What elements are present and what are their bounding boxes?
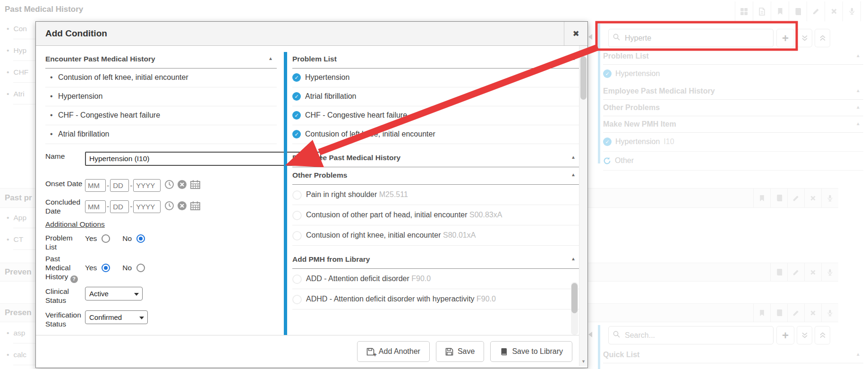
- problem-item-selected[interactable]: ✓CHF - Congestive heart failure: [292, 106, 579, 125]
- additional-options-link[interactable]: Additional Options: [45, 220, 105, 229]
- library-item[interactable]: ADHD - Attention deficit disorder with h…: [292, 289, 579, 309]
- close-x-icon[interactable]: [804, 189, 821, 207]
- caret-up-icon: ▲: [268, 56, 273, 61]
- problem-item-selected[interactable]: ✓Contusion of left knee, initial encount…: [292, 125, 579, 144]
- list-item[interactable]: •App: [7, 214, 40, 235]
- bookmark-icon[interactable]: [771, 1, 789, 21]
- double-chevron-down-icon: [801, 332, 808, 339]
- clear-date-icon[interactable]: [177, 180, 187, 191]
- list-item[interactable]: •calc: [7, 351, 40, 369]
- close-x-icon[interactable]: [804, 304, 821, 322]
- scroll-up-arrow[interactable]: ▲: [579, 48, 587, 53]
- panel-section-other-problems[interactable]: Other Problems▲: [603, 100, 863, 116]
- encounter-item[interactable]: •CHF - Congestive heart failure: [45, 106, 277, 125]
- modal-close-button[interactable]: ✖: [564, 22, 587, 45]
- other-problem-item[interactable]: Contusion of right knee, initial encount…: [292, 225, 579, 246]
- grid-icon[interactable]: [735, 1, 753, 21]
- book-icon[interactable]: [789, 1, 807, 21]
- save-to-library-button[interactable]: Save to Library: [490, 341, 572, 362]
- book-icon[interactable]: [770, 263, 787, 281]
- scrollbar-thumb[interactable]: [580, 56, 587, 100]
- verification-status-select[interactable]: Confirmed: [85, 310, 148, 324]
- clock-icon[interactable]: [164, 180, 174, 191]
- pencil-icon[interactable]: [787, 189, 804, 207]
- problem-list-yes-radio[interactable]: [102, 234, 110, 243]
- panel-item-other[interactable]: Other: [603, 152, 863, 171]
- panel-section-quick-list[interactable]: Quick List▲: [603, 347, 863, 363]
- microphone-icon[interactable]: [821, 189, 838, 207]
- pencil-icon[interactable]: [807, 1, 825, 21]
- clinical-status-select[interactable]: Active: [85, 287, 143, 300]
- concluded-year-input[interactable]: [133, 200, 161, 213]
- screen: Past Medical History •Con •Hyp •CHF •Atr…: [0, 0, 868, 369]
- list-item[interactable]: •Con: [7, 25, 40, 46]
- problem-item-selected[interactable]: ✓Hypertension: [292, 69, 579, 87]
- close-x-icon[interactable]: [825, 1, 843, 21]
- section-add-pmh-library[interactable]: Add PMH from Library▲: [292, 251, 579, 269]
- add-another-button[interactable]: + Add Another: [357, 341, 430, 362]
- other-problem-item[interactable]: Contusion of other part of head, initial…: [292, 205, 579, 225]
- panel-item-new-hypertension[interactable]: ✓HypertensionI10: [603, 133, 863, 152]
- collapse-all-button[interactable]: [815, 326, 830, 344]
- list-item[interactable]: •CT: [7, 235, 40, 257]
- add-pmh-button[interactable]: +: [776, 29, 794, 47]
- list-item[interactable]: •asp: [7, 329, 40, 351]
- quick-search-input[interactable]: [624, 331, 769, 340]
- empty-circle-icon: [292, 275, 302, 284]
- section-employee-pmh[interactable]: Employee Past Medical History▲: [292, 150, 579, 167]
- list-item[interactable]: •Hyp: [7, 46, 40, 68]
- pencil-icon[interactable]: [787, 263, 804, 281]
- add-quick-button[interactable]: +: [776, 326, 794, 344]
- other-problem-item[interactable]: Pain in right shoulder M25.511: [292, 185, 579, 205]
- document-icon[interactable]: [753, 1, 771, 21]
- scroll-down-arrow[interactable]: ▼: [579, 359, 587, 364]
- help-icon[interactable]: ?: [70, 275, 78, 283]
- calendar-icon[interactable]: [190, 201, 201, 213]
- section-problem-list[interactable]: Problem List▲: [292, 51, 579, 69]
- panel-item-hypertension[interactable]: ✓Hypertension: [603, 65, 863, 83]
- concluded-month-input[interactable]: [85, 200, 106, 213]
- concluded-day-input[interactable]: [110, 200, 129, 213]
- book-icon[interactable]: [770, 189, 787, 207]
- check-circle-icon: ✓: [292, 111, 301, 120]
- pmh-yes-radio[interactable]: [102, 264, 110, 272]
- bookmark-icon[interactable]: [753, 189, 770, 207]
- save-button[interactable]: Save: [436, 341, 484, 362]
- microphone-icon[interactable]: [821, 263, 838, 281]
- collapse-panel-arrow[interactable]: [588, 332, 592, 337]
- bookmark-icon[interactable]: [753, 304, 770, 322]
- scrollbar-thumb[interactable]: [571, 283, 578, 313]
- section-other-problems[interactable]: Other Problems▲: [292, 167, 579, 185]
- list-item[interactable]: •CHF: [7, 68, 40, 90]
- pencil-icon[interactable]: [787, 304, 804, 322]
- clock-icon[interactable]: [164, 201, 174, 213]
- pmh-search-input[interactable]: [624, 34, 769, 43]
- onset-month-input[interactable]: [85, 179, 106, 192]
- encounter-item[interactable]: •Hypertension: [45, 87, 277, 106]
- expand-all-button[interactable]: [797, 326, 812, 344]
- encounter-item[interactable]: •Atrial fibrillation: [45, 125, 277, 144]
- list-item[interactable]: •Atri: [7, 90, 40, 112]
- expand-all-button[interactable]: [797, 29, 812, 47]
- collapse-all-button[interactable]: [815, 29, 830, 47]
- encounter-item[interactable]: •Contusion of left knee, initial encount…: [45, 69, 277, 87]
- onset-day-input[interactable]: [110, 179, 129, 192]
- problem-list-no-radio[interactable]: [136, 234, 145, 243]
- panel-section-employee-pmh[interactable]: Employee Past Medical History▲: [603, 83, 863, 100]
- clear-date-icon[interactable]: [177, 201, 187, 213]
- panel-section-problem-list[interactable]: Problem List▲: [603, 48, 863, 65]
- select-arrow-icon: [139, 317, 144, 319]
- pmh-no-radio[interactable]: [136, 264, 145, 272]
- section-encounter-pmh[interactable]: Encounter Past Medical History▲: [45, 51, 277, 69]
- caret-up-icon: ▲: [856, 53, 860, 58]
- problem-item-selected[interactable]: ✓Atrial fibrillation: [292, 87, 579, 106]
- library-item[interactable]: ADD - Attention deficit disorder F90.0: [292, 269, 579, 289]
- calendar-icon[interactable]: [190, 180, 201, 191]
- close-x-icon[interactable]: [804, 263, 821, 281]
- book-icon[interactable]: [770, 304, 787, 322]
- panel-section-make-new-pmh[interactable]: Make New PMH Item▲: [603, 116, 863, 133]
- collapse-panel-arrow[interactable]: [588, 34, 592, 40]
- onset-year-input[interactable]: [133, 179, 161, 192]
- microphone-icon[interactable]: [821, 304, 838, 322]
- microphone-icon[interactable]: [843, 1, 861, 21]
